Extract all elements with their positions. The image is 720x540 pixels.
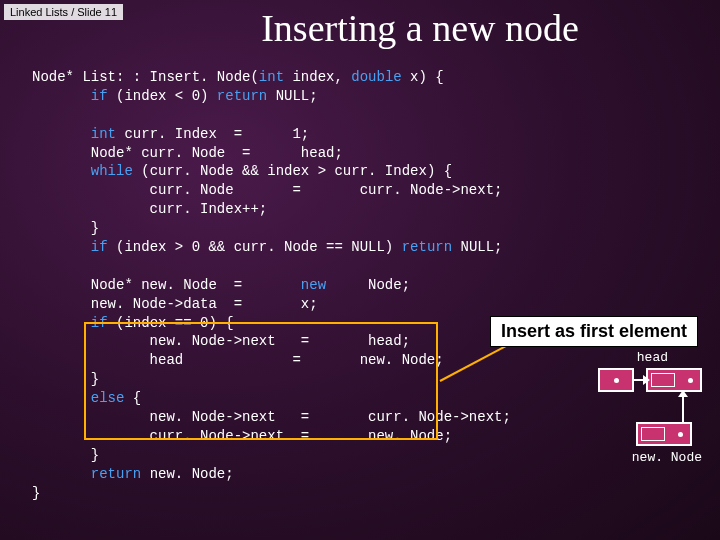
- node-data: [641, 427, 665, 441]
- code-line: Node* curr. Node = head;: [32, 145, 343, 161]
- code-line: new. Node->next = curr. Node->next;: [32, 409, 511, 425]
- code-line: }: [32, 485, 40, 501]
- slide-header: Linked Lists / Slide 11: [4, 4, 123, 20]
- head-box: [598, 368, 634, 392]
- newnode-label: new. Node: [632, 450, 702, 465]
- pointer-dot: [678, 432, 683, 437]
- code-line: curr. Index++;: [32, 201, 267, 217]
- new-node-box: [636, 422, 692, 446]
- linked-list-diagram: head new. Node: [542, 350, 702, 490]
- code-line: Node* new. Node = new Node;: [32, 277, 410, 293]
- code-line: return new. Node;: [32, 466, 234, 482]
- code-line: curr. Node = curr. Node->next;: [32, 182, 502, 198]
- pointer-dot: [614, 378, 619, 383]
- slide-title: Inserting a new node: [120, 6, 720, 50]
- node-data: [651, 373, 675, 387]
- code-line: head = new. Node;: [32, 352, 444, 368]
- code-line: Node* List: : Insert. Node(int index, do…: [32, 69, 444, 85]
- code-line: new. Node->next = head;: [32, 333, 410, 349]
- arrow-head-icon: [678, 390, 688, 397]
- head-label: head: [637, 350, 668, 365]
- code-line: }: [32, 447, 99, 463]
- code-line: if (index == 0) {: [32, 315, 234, 331]
- code-line: if (index > 0 && curr. Node == NULL) ret…: [32, 239, 503, 255]
- code-line: }: [32, 220, 99, 236]
- code-line: while (curr. Node && index > curr. Index…: [32, 163, 452, 179]
- pointer-dot: [688, 378, 693, 383]
- callout-label: Insert as first element: [490, 316, 698, 347]
- node-box: [646, 368, 702, 392]
- code-line: int curr. Index = 1;: [32, 126, 309, 142]
- arrow-up: [682, 394, 684, 422]
- code-line: else {: [32, 390, 141, 406]
- code-line: new. Node->data = x;: [32, 296, 318, 312]
- code-line: curr. Node->next = new. Node;: [32, 428, 452, 444]
- code-line: }: [32, 371, 99, 387]
- arrow-head-icon: [643, 375, 650, 385]
- code-line: if (index < 0) return NULL;: [32, 88, 318, 104]
